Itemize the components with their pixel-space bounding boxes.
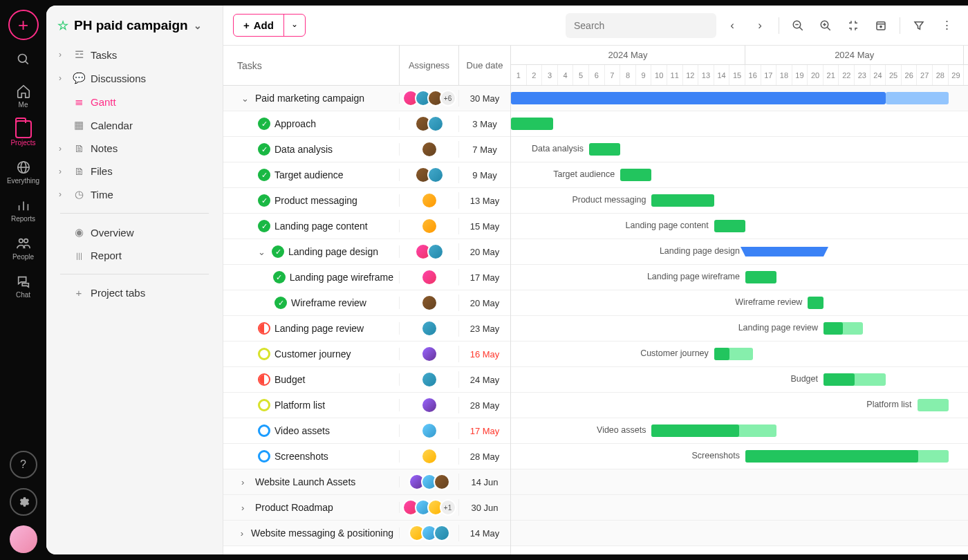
due-date: 9 May — [459, 170, 510, 180]
svg-point-9 — [24, 239, 27, 243]
user-avatar[interactable] — [10, 525, 37, 553]
zoom-out-button[interactable] — [786, 14, 810, 37]
gantt-group-bar[interactable] — [745, 247, 823, 256]
assignee-cell[interactable] — [400, 269, 459, 286]
task-row[interactable]: Landing page review23 May — [223, 316, 510, 342]
assignee-cell[interactable] — [400, 243, 459, 260]
gantt-bar-label: Platform list — [866, 400, 911, 409]
gantt-bar[interactable] — [589, 143, 620, 156]
sidebar-item-overview[interactable]: ◉ Overview — [52, 221, 217, 244]
zoom-in-button[interactable] — [814, 14, 837, 37]
task-row[interactable]: ›Product Roadmap+130 Jun — [223, 495, 510, 521]
task-row[interactable]: ⌄✓Landing page design20 May — [223, 239, 510, 265]
task-row[interactable]: ✓Wireframe review20 May — [223, 290, 510, 316]
sidebar-item-time[interactable]: › ◷ Time — [52, 183, 217, 206]
task-row[interactable]: ›Website Launch Assets14 Jun — [223, 469, 510, 495]
chat-icon — [15, 273, 32, 290]
chevron-down-icon: ⌄ — [194, 20, 202, 31]
add-button[interactable]: + Add — [234, 15, 283, 36]
more-button[interactable]: ⋮ — [935, 14, 958, 37]
sidebar-item-project-tabs[interactable]: + Project tabs — [52, 281, 217, 304]
task-row[interactable]: ✓Approach3 May — [223, 111, 510, 137]
prev-button[interactable]: ‹ — [720, 14, 744, 37]
rail-item-me[interactable]: Me — [0, 79, 46, 113]
sidebar-item-files[interactable]: › 🗎 Files — [52, 160, 217, 183]
expand-toggle[interactable]: ⌄ — [258, 247, 268, 257]
project-title-dropdown[interactable]: ☆ PH paid campaign ⌄ — [52, 12, 217, 39]
filter-button[interactable] — [907, 14, 931, 37]
help-button[interactable]: ? — [10, 451, 37, 478]
sidebar-item-tasks[interactable]: › ☲ Tasks — [52, 43, 217, 66]
assignee-cell[interactable]: +1 — [400, 499, 459, 516]
collapse-button[interactable] — [841, 14, 865, 37]
avatar-overflow: +6 — [440, 90, 456, 106]
assignee-cell[interactable] — [400, 218, 459, 234]
task-row[interactable]: ✓Data analysis7 May — [223, 137, 510, 162]
assignee-cell[interactable] — [400, 448, 459, 465]
add-dropdown-caret[interactable]: ⌄ — [283, 15, 305, 36]
assignee-cell[interactable] — [400, 422, 459, 439]
sidebar-item-report[interactable]: ⫼ Report — [52, 244, 217, 267]
sidebar-item-gantt[interactable]: ≣ Gantt — [52, 90, 217, 113]
sidebar-item-discussions[interactable]: › 💬 Discussions — [52, 66, 217, 90]
next-button[interactable]: › — [748, 14, 772, 37]
gantt-bar[interactable] — [745, 271, 776, 283]
add-button-group: + Add ⌄ — [233, 14, 306, 37]
assignee-cell[interactable] — [400, 525, 459, 541]
gantt-row: Target audience — [511, 162, 968, 188]
assignee-cell[interactable] — [400, 115, 459, 132]
add-global-button[interactable]: + — [8, 10, 39, 40]
gantt-bar[interactable] — [808, 297, 823, 309]
task-name: Product Roadmap — [255, 502, 333, 513]
expand-toggle[interactable]: ⌄ — [241, 93, 251, 104]
assignee-cell[interactable] — [400, 192, 459, 209]
assignee-cell[interactable]: +6 — [400, 90, 459, 106]
expand-toggle[interactable]: › — [241, 477, 251, 487]
gantt-bar[interactable] — [651, 194, 714, 207]
gantt-bar[interactable] — [714, 220, 745, 232]
gantt-bar-label: Target audience — [553, 169, 615, 179]
day-header: 1 — [511, 65, 527, 85]
search-input[interactable] — [566, 13, 716, 38]
assignee-cell[interactable] — [400, 141, 459, 158]
today-button[interactable] — [869, 14, 893, 37]
task-row[interactable]: Video assets17 May — [223, 418, 510, 444]
expand-toggle[interactable]: › — [241, 503, 251, 513]
task-row[interactable]: Platform list28 May — [223, 393, 510, 418]
assignee-cell[interactable] — [400, 346, 459, 362]
sidebar-item-calendar[interactable]: ▦ Calendar — [52, 113, 217, 137]
gantt-bar[interactable] — [511, 118, 553, 130]
gantt-bar[interactable] — [511, 92, 886, 104]
avatar — [421, 397, 438, 413]
rail-item-everything[interactable]: Everything — [0, 155, 46, 189]
global-search-button[interactable] — [8, 44, 39, 75]
task-row[interactable]: Screenshots28 May — [223, 444, 510, 469]
gantt-bar-progress — [823, 373, 855, 386]
rail-item-reports[interactable]: Reports — [0, 193, 46, 227]
gauge-icon: ◉ — [73, 226, 85, 239]
assignee-cell[interactable] — [400, 474, 459, 490]
gantt-bar[interactable] — [918, 399, 949, 411]
assignee-cell[interactable] — [400, 167, 459, 183]
task-row[interactable]: Budget24 May — [223, 367, 510, 393]
task-row[interactable]: ✓Landing page wireframe17 May — [223, 265, 510, 290]
assignee-cell[interactable] — [400, 397, 459, 413]
gantt-timeline[interactable]: 2024 May2024 May 12345678910111213141516… — [511, 46, 968, 554]
assignee-cell[interactable] — [400, 320, 459, 337]
gantt-bar-label: Landing page wireframe — [647, 272, 740, 281]
task-row[interactable]: ✓Landing page content15 May — [223, 214, 510, 239]
task-row[interactable]: ✓Target audience9 May — [223, 162, 510, 188]
rail-item-chat[interactable]: Chat — [0, 269, 46, 303]
task-row[interactable]: ✓Product messaging13 May — [223, 188, 510, 214]
sidebar-item-notes[interactable]: › 🗎 Notes — [52, 137, 217, 160]
gantt-bar[interactable] — [620, 169, 651, 181]
assignee-cell[interactable] — [400, 371, 459, 388]
assignee-cell[interactable] — [400, 295, 459, 311]
task-row[interactable]: ⌄Paid marketing campaign+630 May — [223, 86, 510, 111]
expand-toggle[interactable]: › — [241, 528, 247, 539]
rail-item-projects[interactable]: Projects — [0, 117, 46, 151]
task-row[interactable]: ›Website messaging & positioning14 May — [223, 521, 510, 546]
task-row[interactable]: Customer journey16 May — [223, 342, 510, 367]
settings-button[interactable] — [10, 488, 37, 516]
rail-item-people[interactable]: People — [0, 231, 46, 265]
